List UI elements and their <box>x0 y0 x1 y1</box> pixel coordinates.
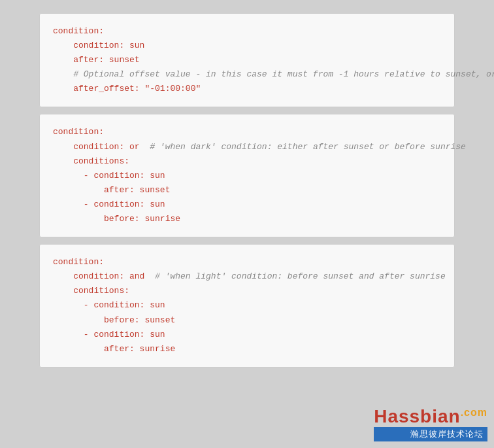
code-line: - condition: sun <box>53 169 441 183</box>
code-line-mixed: condition: or # 'when dark' condition: e… <box>53 140 441 154</box>
watermark: Hassbian.com 瀚思彼岸技术论坛 <box>374 406 487 441</box>
code-line: conditions: <box>53 154 441 169</box>
code-line: - condition: sun <box>53 328 441 342</box>
code-line-comment: # Optional offset value - in this case i… <box>53 67 441 82</box>
code-block-1: condition: condition: sun after: sunset … <box>39 13 455 107</box>
code-line: condition: <box>53 125 441 139</box>
code-block-3: condition: condition: and # 'when light'… <box>39 244 455 368</box>
code-line: condition: <box>53 24 441 39</box>
code-line: after: sunset <box>53 183 441 198</box>
code-line: condition: sun <box>53 39 441 53</box>
code-line: before: sunset <box>53 313 441 328</box>
code-line-mixed: condition: and # 'when light' condition:… <box>53 269 441 284</box>
code-line: - condition: sun <box>53 198 441 212</box>
code-block-2: condition: condition: or # 'when dark' c… <box>39 114 455 237</box>
code-line: after: sunrise <box>53 342 441 356</box>
watermark-brand: Hassbian.com <box>374 406 487 427</box>
code-line: before: sunrise <box>53 212 441 226</box>
code-line: after: sunset <box>53 53 441 67</box>
code-line: - condition: sun <box>53 298 441 313</box>
code-line: after_offset: "-01:00:00" <box>53 82 441 96</box>
code-line: conditions: <box>53 284 441 298</box>
code-line: condition: <box>53 255 441 269</box>
watermark-subtitle: 瀚思彼岸技术论坛 <box>374 427 487 441</box>
watermark-com: .com <box>461 407 487 418</box>
watermark-brand-text: Hassbian <box>374 406 461 426</box>
